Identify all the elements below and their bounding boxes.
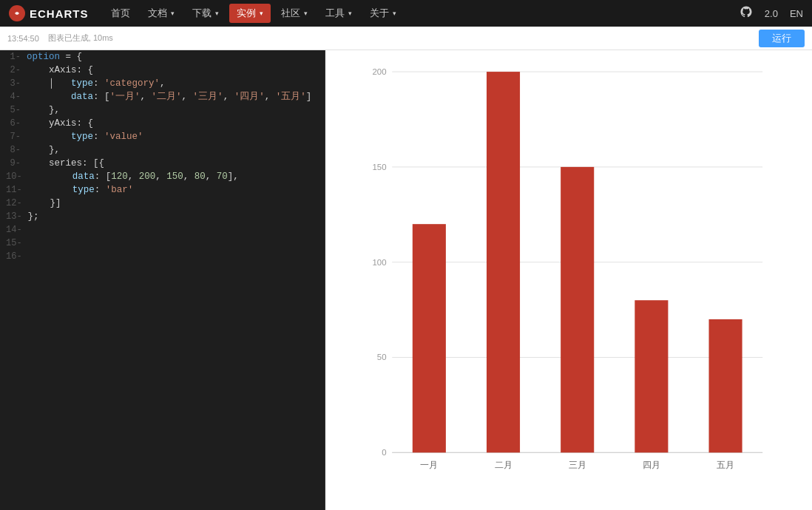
svg-text:150: 150: [373, 163, 387, 171]
line-content: │ type: 'category',: [27, 77, 166, 90]
code-line: 8- },: [0, 143, 325, 157]
nav-tools[interactable]: 工具 ▾: [318, 4, 359, 23]
bar-rect[interactable]: [709, 319, 742, 452]
code-line: 7- type: 'value': [0, 130, 325, 143]
svg-text:0: 0: [382, 448, 386, 457]
svg-text:100: 100: [373, 258, 387, 267]
code-line: 2- xAxis: {: [0, 64, 325, 77]
code-line: 3- │ type: 'category',: [0, 77, 325, 90]
brand-name: ECHARTS: [30, 7, 89, 20]
x-label: 五月: [717, 460, 734, 470]
bar-rect[interactable]: [635, 300, 668, 452]
line-number: 9-: [6, 157, 21, 170]
nav-home[interactable]: 首页: [104, 4, 138, 23]
line-content: data: [120, 200, 150, 80, 70],: [28, 170, 239, 183]
x-label: 一月: [420, 460, 438, 470]
line-content: series: [{: [27, 157, 104, 170]
line-number: 5-: [6, 103, 21, 117]
brand[interactable]: ECHARTS: [9, 5, 89, 21]
main-area: 1-option = {2- xAxis: {3- │ type: 'categ…: [0, 50, 812, 510]
nav-about[interactable]: 关于 ▾: [362, 4, 404, 23]
line-content: type: 'value': [27, 130, 143, 143]
nav-download[interactable]: 下载 ▾: [185, 4, 226, 23]
line-number: 10-: [6, 170, 22, 183]
code-line: 14-: [0, 223, 325, 237]
bar-rect[interactable]: [561, 167, 594, 452]
nav-community[interactable]: 社区 ▾: [274, 4, 315, 23]
toolbar-status: 图表已生成, 10ms: [48, 33, 113, 44]
nav-examples[interactable]: 实例 ▾: [229, 4, 271, 23]
code-line: 9- series: [{: [0, 157, 325, 170]
code-line: 5- },: [0, 103, 325, 117]
line-content: xAxis: {: [27, 64, 93, 77]
line-number: 13-: [6, 210, 22, 223]
navbar: ECHARTS 首页 文档 ▾ 下载 ▾ 实例 ▾ 社区 ▾ 工具 ▾ 关于 ▾: [0, 0, 812, 27]
toolbar-time: 13:54:50: [7, 34, 39, 43]
about-caret: ▾: [393, 10, 396, 17]
version-label: 2.0: [765, 8, 778, 19]
bar-rect[interactable]: [413, 224, 446, 452]
x-label: 二月: [495, 460, 512, 470]
line-content: data: ['一月', '二月', '三月', '四月', '五月']: [27, 90, 311, 103]
run-button[interactable]: 运行: [759, 30, 805, 47]
line-number: 3-: [6, 77, 21, 90]
nav-docs[interactable]: 文档 ▾: [141, 4, 182, 23]
line-number: 7-: [6, 130, 21, 143]
code-line: 12- }]: [0, 197, 325, 210]
docs-caret: ▾: [171, 10, 175, 17]
code-line: 15-: [0, 237, 325, 250]
chart-area: 050100150200一月二月三月四月五月: [325, 50, 812, 510]
svg-text:50: 50: [377, 353, 387, 361]
tools-caret: ▾: [348, 10, 352, 17]
code-line: 11- type: 'bar': [0, 183, 325, 197]
nav-items: 首页 文档 ▾ 下载 ▾ 实例 ▾ 社区 ▾ 工具 ▾ 关于 ▾: [104, 4, 725, 23]
line-number: 6-: [6, 117, 21, 130]
line-number: 4-: [6, 90, 21, 103]
line-content: yAxis: {: [27, 117, 93, 130]
x-label: 三月: [569, 460, 586, 470]
line-content: },: [27, 103, 60, 117]
line-number: 12-: [6, 197, 22, 210]
line-content: option = {: [27, 50, 82, 64]
line-content: }]: [28, 197, 61, 210]
github-icon[interactable]: [740, 5, 753, 21]
code-line: 4- data: ['一月', '二月', '三月', '四月', '五月']: [0, 90, 325, 103]
download-caret: ▾: [215, 10, 219, 17]
x-label: 四月: [643, 460, 660, 470]
line-number: 14-: [6, 223, 22, 237]
code-line: 16-: [0, 250, 325, 263]
lang-switch[interactable]: EN: [790, 8, 803, 19]
line-content: };: [28, 210, 39, 223]
line-number: 8-: [6, 143, 21, 157]
line-number: 11-: [6, 183, 22, 197]
line-number: 2-: [6, 64, 21, 77]
community-caret: ▾: [304, 10, 308, 17]
brand-logo: [9, 5, 25, 21]
code-line: 6- yAxis: {: [0, 117, 325, 130]
toolbar: 13:54:50 图表已生成, 10ms 运行: [0, 27, 812, 50]
svg-text:200: 200: [373, 67, 387, 76]
line-number: 1-: [6, 50, 21, 64]
line-number: 15-: [6, 237, 22, 250]
line-content: },: [27, 143, 60, 157]
code-editor[interactable]: 1-option = {2- xAxis: {3- │ type: 'categ…: [0, 50, 325, 510]
code-line: 13-};: [0, 210, 325, 223]
bar-chart: 050100150200一月二月三月四月五月: [333, 58, 797, 488]
bar-rect[interactable]: [487, 72, 520, 452]
nav-right: 2.0 EN: [740, 5, 803, 21]
examples-caret: ▾: [260, 10, 263, 17]
line-content: type: 'bar': [28, 183, 134, 197]
code-line: 10- data: [120, 200, 150, 80, 70],: [0, 170, 325, 183]
line-number: 16-: [6, 250, 22, 263]
code-line: 1-option = {: [0, 50, 325, 64]
